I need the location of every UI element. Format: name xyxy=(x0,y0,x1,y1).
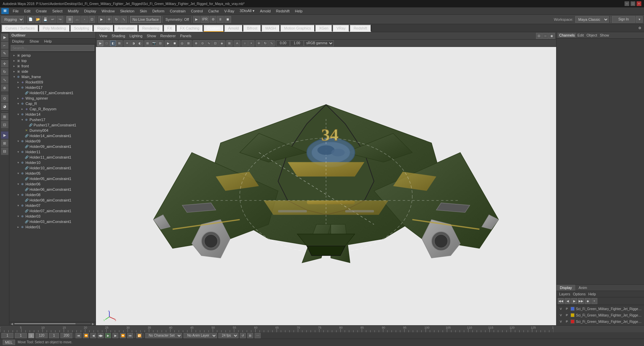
tab-xgen[interactable]: XGen xyxy=(315,24,332,32)
step-fwd-btn[interactable]: ⏩ xyxy=(120,333,126,338)
vp-stop-btn[interactable]: ⏹ xyxy=(171,40,177,46)
tree-item-holder10-aim[interactable]: 🔗 Holder10_aimConstraint1 xyxy=(9,165,96,171)
snap-grid[interactable]: ⊞ xyxy=(66,16,73,23)
next-key-btn[interactable]: ▶ xyxy=(112,333,118,338)
key-frame-marker[interactable]: 1 xyxy=(28,333,34,338)
vp-texture-btn[interactable]: ⊞ xyxy=(116,40,122,46)
channels-tab[interactable]: Channels xyxy=(558,33,576,38)
layer-item-3[interactable]: V P Sci_Fi_Green_Military_Fighter_Jet_Ri… xyxy=(557,319,643,325)
timeline-ruler[interactable] xyxy=(0,326,644,332)
save-button[interactable]: 💾 xyxy=(42,16,49,23)
move-tool[interactable]: ✛ xyxy=(106,16,112,23)
tree-item-pusher17[interactable]: ▾ ⊕ Pusher17 xyxy=(9,117,96,122)
rigging-dropdown[interactable]: Rigging xyxy=(1,16,24,23)
tree-item-side[interactable]: ▸ ▣ side xyxy=(9,69,96,74)
vp-show-joints-btn[interactable]: ⊙ xyxy=(200,40,206,46)
prev-key-btn[interactable]: ◀ xyxy=(90,333,96,338)
vp-gamma-select[interactable]: sRGB gamma xyxy=(304,40,334,46)
vp-shaded-btn[interactable]: ◧ xyxy=(110,40,116,46)
vp-menu-lighting[interactable]: Lighting xyxy=(127,33,145,39)
layer-item-1[interactable]: V P Sci_Fi_Green_Military_Fighter_Jet_Ri… xyxy=(557,306,643,312)
menu-skeleton[interactable]: Skeleton xyxy=(117,8,137,14)
menu-create[interactable]: Create xyxy=(33,8,50,14)
vp-menu-renderer[interactable]: Renderer xyxy=(158,33,178,39)
layers-back-btn[interactable]: ◀ xyxy=(565,298,571,304)
vp-show-dynamics-btn[interactable]: ◈ xyxy=(219,40,225,46)
tree-item-holder11[interactable]: ▾ ⊕ Holder11 xyxy=(9,149,96,155)
anim-snap-btn[interactable]: ⊞ xyxy=(247,333,253,338)
channels-show-tab[interactable]: Show xyxy=(598,33,610,38)
fps-select[interactable]: 24 fps xyxy=(218,333,238,338)
menu-modify[interactable]: Modify xyxy=(65,8,81,14)
lt-object-btn[interactable]: ⊟ xyxy=(1,148,8,155)
lt-render-btn[interactable]: ▶ xyxy=(1,131,8,139)
vp-menu-show[interactable]: Show xyxy=(145,33,158,39)
tree-item-rocket009[interactable]: ▸ ◈ Rocket009 xyxy=(9,79,96,85)
vp-menu-view[interactable]: View xyxy=(97,33,109,39)
layers-help-tab[interactable]: Help xyxy=(587,292,597,296)
pause-btn[interactable]: ⏸ xyxy=(217,16,224,23)
play-back-btn[interactable]: ◀▶ xyxy=(98,333,104,338)
anim-prefs-btn[interactable]: ↺ xyxy=(240,333,246,338)
tree-item-holder03-aim[interactable]: 🔗 Holder03_aimConstraint1 xyxy=(9,219,96,224)
workspace-dropdown[interactable]: Maya Classic xyxy=(575,16,609,23)
vp-circle-btn[interactable]: ○ xyxy=(242,40,248,46)
tree-item-holder01[interactable]: ▸ ⊕ Holder01 xyxy=(9,224,96,230)
vp-exposure-input[interactable] xyxy=(276,40,290,46)
tab-arnold[interactable]: Arnold xyxy=(224,24,243,32)
vp-isolate-btn[interactable]: ◉ xyxy=(549,33,555,39)
anim-more-btn[interactable]: ⋯ xyxy=(255,333,261,338)
vp-scale2-btn[interactable]: ⤡ xyxy=(269,40,275,46)
snap-point[interactable]: ◦ xyxy=(81,16,88,23)
tab-rigging[interactable]: Rigging xyxy=(93,24,114,32)
layers-add-btn[interactable]: + xyxy=(591,298,597,304)
menu-edit[interactable]: Edit xyxy=(21,8,33,14)
lt-move-btn[interactable]: ✛ xyxy=(1,60,8,67)
tree-item-holder11-aim[interactable]: 🔗 Holder11_aimConstraint1 xyxy=(9,155,96,160)
tree-item-holder14-aim[interactable]: 🔗 Holder14_aimConstraint1 xyxy=(9,133,96,138)
menu-file[interactable]: File xyxy=(10,8,21,14)
menu-skin[interactable]: Skin xyxy=(137,8,150,14)
tree-item-holder06-aim[interactable]: 🔗 Holder06_aimConstraint1 xyxy=(9,187,96,192)
lt-lasso-btn[interactable]: ⌐ xyxy=(1,42,8,49)
new-button[interactable]: 📄 xyxy=(27,16,34,23)
tree-item-pusher17-aim[interactable]: 🔗 Pusher17_aimConstraint1 xyxy=(9,122,96,128)
layers-fwd-btn[interactable]: ▶ xyxy=(571,298,577,304)
select-tool[interactable]: ▶ xyxy=(98,16,105,23)
outliner-scroll-right[interactable]: ▶ xyxy=(92,322,94,326)
step-back-btn[interactable]: ⏪ xyxy=(83,333,89,338)
lt-soft-mod-btn[interactable]: ⊙ xyxy=(1,95,8,102)
go-start-btn[interactable]: ⏮ xyxy=(75,333,82,338)
tab-settings-btn[interactable]: ⚙ xyxy=(637,25,643,31)
vp-shadow-btn[interactable]: ◑ xyxy=(130,40,137,46)
maximize-button[interactable]: □ xyxy=(631,1,635,6)
tree-item-holder09[interactable]: ▾ ⊕ Holder09 xyxy=(9,138,96,144)
layer-item-2[interactable]: V P Sci_Fi_Green_Military_Fighter_Jet_Ri… xyxy=(557,312,643,318)
vp-hud-btn[interactable]: ⊞ xyxy=(226,40,232,46)
tree-item-front[interactable]: ▸ ▣ front xyxy=(9,63,96,69)
tree-item-holder14[interactable]: ▾ ⊕ Holder14 xyxy=(9,112,96,117)
vp-aa-btn[interactable]: A xyxy=(234,40,240,46)
loop-btn[interactable]: 🔁 xyxy=(136,333,142,338)
menu-window[interactable]: Window xyxy=(99,8,117,14)
ipr-btn[interactable]: IPR xyxy=(201,16,209,23)
tab-vray[interactable]: VRay xyxy=(332,24,350,32)
lt-select-btn[interactable]: ▶ xyxy=(1,34,8,41)
vp-move2-btn[interactable]: ✛ xyxy=(256,40,262,46)
snap-view[interactable]: ⊡ xyxy=(89,16,95,23)
vp-wireframe-btn[interactable]: □ xyxy=(104,40,110,46)
current-frame-input[interactable] xyxy=(15,333,27,338)
play-fwd-btn[interactable]: ▶ xyxy=(105,333,111,338)
menu-vray[interactable]: V-Ray xyxy=(222,8,237,14)
tree-item-wing-spinner[interactable]: ▸ ◈ Wing_spinner xyxy=(9,96,96,101)
tree-item-dummy004[interactable]: ✕ Dummy004 xyxy=(9,128,96,133)
tab-motion-graphics[interactable]: Motion Graphics xyxy=(280,24,315,32)
tree-item-top[interactable]: ▸ ▣ top xyxy=(9,58,96,63)
render-btn[interactable]: ▶ xyxy=(193,16,200,23)
layers-end-btn[interactable]: ▶▶ xyxy=(578,298,584,304)
stop-btn[interactable]: ⏹ xyxy=(224,16,231,23)
tab-curves-surfaces[interactable]: Curves / Surfaces xyxy=(1,24,39,32)
vp-select-mode-btn[interactable]: ▶ xyxy=(97,40,103,46)
menu-help[interactable]: Help xyxy=(292,8,305,14)
vp-play-btn[interactable]: ▶ xyxy=(165,40,171,46)
